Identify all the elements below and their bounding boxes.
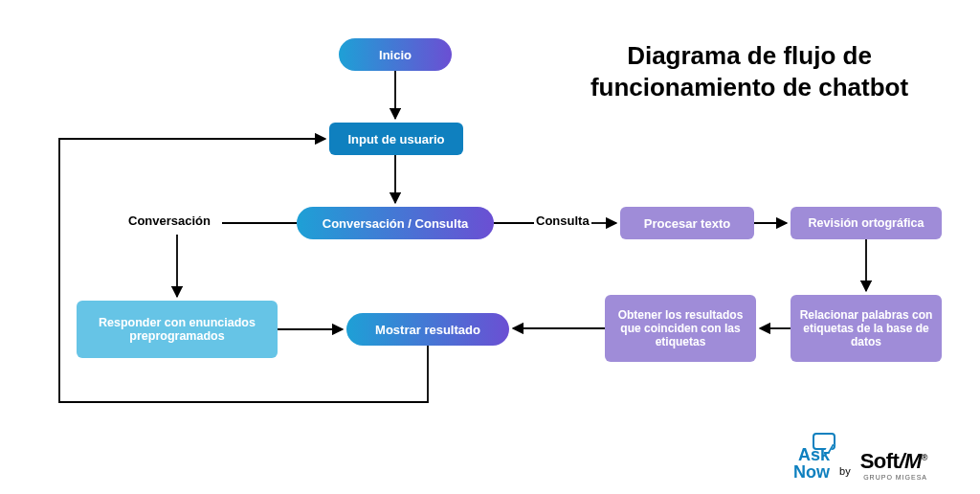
node-input: Input de usuario bbox=[329, 123, 463, 155]
node-respond-label: Responder con enunciados preprogramados bbox=[84, 316, 270, 343]
node-process: Procesar texto bbox=[620, 207, 754, 239]
brand-softm-slash: /M bbox=[899, 449, 921, 473]
speech-bubble-icon bbox=[813, 433, 835, 450]
edge-label-consulta: Consulta bbox=[536, 213, 590, 228]
node-result: Mostrar resultado bbox=[346, 313, 509, 346]
node-match: Obtener los resultados que coinciden con… bbox=[605, 295, 756, 362]
node-spell-label: Revisión ortográfica bbox=[809, 216, 924, 230]
diagram-title: Diagrama de flujo de funcionamiento de c… bbox=[568, 40, 931, 102]
node-start: Inicio bbox=[339, 38, 452, 71]
asknow-logo: Ask Now bbox=[793, 446, 830, 481]
node-process-label: Procesar texto bbox=[644, 216, 730, 231]
edge-label-conversacion: Conversación bbox=[128, 213, 211, 228]
brand-softm: Soft bbox=[860, 449, 900, 473]
brand-now: Now bbox=[793, 463, 830, 481]
title-line-2: funcionamiento de chatbot bbox=[590, 73, 908, 101]
node-relate-label: Relacionar palabras con etiquetas de la … bbox=[798, 308, 934, 348]
softm-logo: Soft/M® GRUPO MIGESA bbox=[860, 449, 927, 481]
node-match-label: Obtener los resultados que coinciden con… bbox=[612, 308, 748, 348]
title-line-1: Diagrama de flujo de bbox=[627, 41, 872, 70]
brand-by: by bbox=[839, 465, 851, 477]
brand-softm-reg: ® bbox=[922, 453, 927, 462]
brand-grupo: GRUPO MIGESA bbox=[860, 474, 927, 481]
flowchart-canvas: Diagrama de flujo de funcionamiento de c… bbox=[0, 0, 980, 494]
node-result-label: Mostrar resultado bbox=[375, 323, 480, 337]
node-decision-label: Conversación / Consulta bbox=[323, 216, 468, 231]
node-respond: Responder con enunciados preprogramados bbox=[77, 301, 278, 358]
brand-block: Ask Now by Soft/M® GRUPO MIGESA bbox=[793, 446, 927, 481]
node-input-label: Input de usuario bbox=[347, 132, 444, 146]
node-decision: Conversación / Consulta bbox=[297, 207, 494, 239]
node-spell: Revisión ortográfica bbox=[791, 207, 942, 239]
node-start-label: Inicio bbox=[379, 48, 412, 62]
node-relate: Relacionar palabras con etiquetas de la … bbox=[791, 295, 942, 362]
